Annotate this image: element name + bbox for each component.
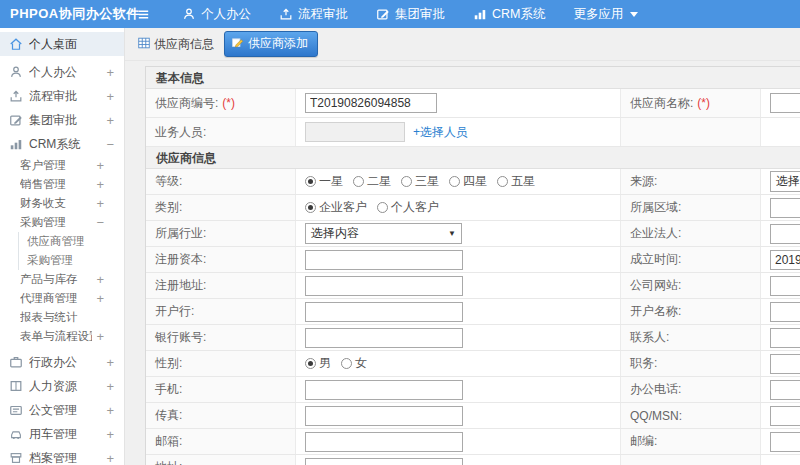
position-input[interactable] bbox=[770, 354, 800, 374]
nav-label: 流程审批 bbox=[298, 6, 348, 23]
radio-icon bbox=[497, 176, 508, 187]
sidebar-item-form-flow-settings[interactable]: 表单与流程设置 + bbox=[0, 327, 124, 346]
sidebar-item-crm-system[interactable]: CRM系统 − bbox=[0, 132, 124, 156]
sidebar-item-label: 用车管理 bbox=[29, 426, 102, 443]
nav-label: 更多应用 bbox=[573, 6, 623, 23]
sidebar-item-purchasing[interactable]: 采购管理 bbox=[19, 251, 124, 270]
car-icon bbox=[9, 427, 23, 441]
hamburger-icon[interactable] bbox=[128, 7, 158, 22]
sidebar-item-customer-mgmt[interactable]: 客户管理 + bbox=[0, 156, 124, 175]
process-icon bbox=[279, 7, 293, 21]
category-option-personal[interactable]: 个人客户 bbox=[377, 199, 439, 216]
expand-icon[interactable]: + bbox=[106, 427, 114, 442]
region-input[interactable] bbox=[770, 198, 800, 218]
contact-input[interactable] bbox=[770, 328, 800, 348]
sidebar-item-label: 代理商管理 bbox=[20, 291, 92, 306]
address-input[interactable] bbox=[305, 458, 463, 465]
expand-icon[interactable]: + bbox=[96, 196, 104, 211]
founded-input[interactable] bbox=[770, 250, 800, 270]
level-option-3star[interactable]: 三星 bbox=[401, 173, 439, 190]
supplier-code-input[interactable] bbox=[305, 93, 437, 113]
category-option-enterprise[interactable]: 企业客户 bbox=[305, 199, 367, 216]
supplier-name-input[interactable] bbox=[770, 93, 800, 113]
collapse-icon[interactable]: − bbox=[106, 137, 114, 152]
tab-supplier-list[interactable]: 供应商信息 bbox=[133, 32, 218, 57]
sidebar-item-process-approval[interactable]: 流程审批 + bbox=[0, 84, 124, 108]
account-name-input[interactable] bbox=[770, 302, 800, 322]
expand-icon[interactable]: + bbox=[106, 403, 114, 418]
sidebar-item-reports[interactable]: 报表与统计 bbox=[0, 308, 124, 327]
mobile-input[interactable] bbox=[305, 380, 463, 400]
sidebar: 个人桌面 个人办公 + 流程审批 + 集团审批 + CRM系统 − 客户管理 +… bbox=[0, 28, 125, 465]
level-option-4star[interactable]: 四星 bbox=[449, 173, 487, 190]
sidebar-item-supplier-mgmt[interactable]: 供应商管理 bbox=[19, 232, 124, 251]
fax-input[interactable] bbox=[305, 406, 463, 426]
collapse-icon[interactable]: − bbox=[96, 215, 104, 230]
sidebar-item-product-stock[interactable]: 产品与库存 + bbox=[0, 270, 124, 289]
email-input[interactable] bbox=[305, 432, 463, 452]
tab-label: 供应商信息 bbox=[154, 36, 214, 53]
bank-account-label: 银行账号: bbox=[146, 325, 296, 350]
category-radio-group: 企业客户 个人客户 bbox=[305, 199, 439, 216]
level-option-2star[interactable]: 二星 bbox=[353, 173, 391, 190]
nav-more-apps[interactable]: 更多应用 bbox=[573, 6, 638, 23]
zip-input[interactable] bbox=[770, 432, 800, 452]
sidebar-item-personal-desktop[interactable]: 个人桌面 bbox=[0, 32, 124, 56]
choose-staff-link[interactable]: +选择人员 bbox=[413, 124, 468, 141]
nav-crm-system[interactable]: CRM系统 bbox=[473, 6, 545, 23]
expand-icon[interactable]: + bbox=[96, 329, 104, 344]
top-bar: PHPOA协同办公软件 个人办公 流程审批 集团审批 CRM系统 更多应用 bbox=[0, 0, 800, 28]
reg-address-input[interactable] bbox=[305, 276, 463, 296]
sidebar-item-sales-mgmt[interactable]: 销售管理 + bbox=[0, 175, 124, 194]
position-label: 职务: bbox=[621, 351, 761, 376]
expand-icon[interactable]: + bbox=[96, 158, 104, 173]
nav-group-approval[interactable]: 集团审批 bbox=[376, 6, 445, 23]
source-select[interactable]: 选择内容▼ bbox=[770, 171, 800, 192]
expand-icon[interactable]: + bbox=[96, 291, 104, 306]
nav-personal-office[interactable]: 个人办公 bbox=[182, 6, 251, 23]
capital-input[interactable] bbox=[305, 250, 463, 270]
expand-icon[interactable]: + bbox=[106, 451, 114, 465]
level-option-5star[interactable]: 五星 bbox=[497, 173, 535, 190]
level-label: 等级: bbox=[146, 169, 296, 194]
tab-supplier-add[interactable]: 供应商添加 bbox=[224, 31, 318, 57]
sidebar-item-agent-mgmt[interactable]: 代理商管理 + bbox=[0, 289, 124, 308]
sidebar-item-finance[interactable]: 财务收支 + bbox=[0, 194, 124, 213]
website-input[interactable] bbox=[770, 276, 800, 296]
bank-account-input[interactable] bbox=[305, 328, 463, 348]
gender-option-female[interactable]: 女 bbox=[341, 355, 367, 372]
expand-icon[interactable]: + bbox=[106, 113, 114, 128]
sidebar-item-admin-office[interactable]: 行政办公 + bbox=[0, 350, 124, 374]
supplier-code-label: 供应商编号:(*) bbox=[146, 89, 296, 117]
bank-label: 开户行: bbox=[146, 299, 296, 324]
row-capital-founded: 注册资本: 成立时间: bbox=[146, 247, 800, 273]
edit-icon bbox=[376, 7, 390, 21]
sidebar-item-group-approval[interactable]: 集团审批 + bbox=[0, 108, 124, 132]
level-option-1star[interactable]: 一星 bbox=[305, 173, 343, 190]
gender-option-male[interactable]: 男 bbox=[305, 355, 331, 372]
legal-input[interactable] bbox=[770, 224, 800, 244]
home-icon bbox=[9, 37, 23, 51]
expand-icon[interactable]: + bbox=[106, 379, 114, 394]
sidebar-item-personal-office[interactable]: 个人办公 + bbox=[0, 60, 124, 84]
row-email-zip: 邮箱: 邮编: bbox=[146, 429, 800, 455]
supplier-form: 基本信息 供应商编号:(*) 供应商名称:(*) 业务人员: +选择人员 bbox=[145, 66, 800, 465]
sidebar-item-hr[interactable]: 人力资源 + bbox=[0, 374, 124, 398]
expand-icon[interactable]: + bbox=[106, 65, 114, 80]
staff-input[interactable] bbox=[305, 122, 405, 142]
sidebar-item-archive-mgmt[interactable]: 档案管理 + bbox=[0, 446, 124, 465]
expand-icon[interactable]: + bbox=[96, 177, 104, 192]
bank-input[interactable] bbox=[305, 302, 463, 322]
expand-icon[interactable]: + bbox=[106, 89, 114, 104]
sidebar-item-purchase-mgmt[interactable]: 采购管理 − bbox=[0, 213, 124, 232]
expand-icon[interactable]: + bbox=[96, 272, 104, 287]
qq-input[interactable] bbox=[770, 406, 800, 426]
expand-icon[interactable]: + bbox=[106, 355, 114, 370]
nav-process-approval[interactable]: 流程审批 bbox=[279, 6, 348, 23]
office-tel-input[interactable] bbox=[770, 380, 800, 400]
industry-label: 所属行业: bbox=[146, 221, 296, 246]
sidebar-item-vehicle-mgmt[interactable]: 用车管理 + bbox=[0, 422, 124, 446]
supplier-name-label: 供应商名称:(*) bbox=[621, 89, 761, 117]
sidebar-item-doc-mgmt[interactable]: 公文管理 + bbox=[0, 398, 124, 422]
industry-select[interactable]: 选择内容▼ bbox=[305, 223, 462, 244]
